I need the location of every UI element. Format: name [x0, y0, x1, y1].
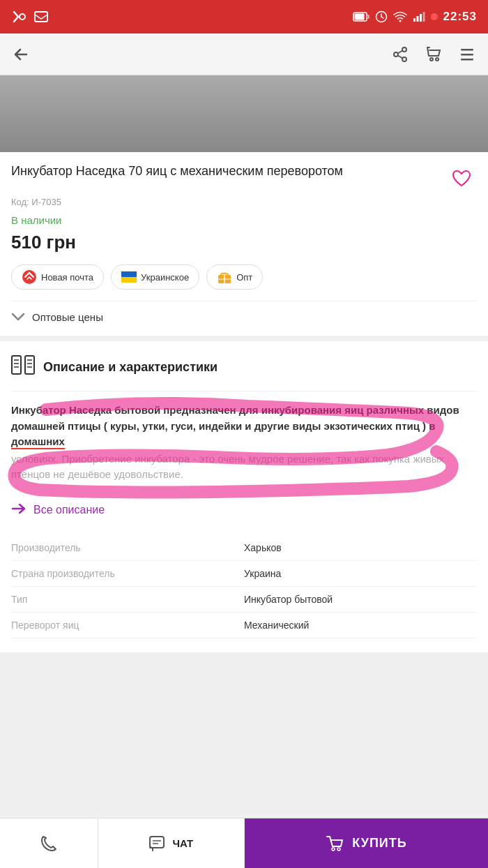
svg-rect-6	[413, 18, 415, 22]
phone-icon	[39, 834, 59, 853]
char-value-type: Инкубатор бытовой	[244, 594, 477, 605]
delivery-tag-opt[interactable]: Опт	[206, 264, 263, 290]
characteristics: Производитель Харьков Страна производите…	[11, 535, 477, 638]
nav-actions	[390, 45, 477, 64]
ukrainian-label: Украинское	[141, 272, 189, 283]
opt-label: Опт	[236, 272, 252, 283]
svg-point-15	[430, 58, 433, 61]
svg-rect-34	[150, 837, 164, 848]
delivery-tag-ukrainian[interactable]: Украинское	[111, 264, 199, 290]
signal-icon	[413, 11, 425, 22]
notification-dot	[431, 13, 438, 20]
section-header: Описание и характеристики	[11, 355, 477, 380]
cart-button[interactable]	[424, 45, 443, 64]
product-code: Код: И-7035	[11, 197, 477, 207]
menu-button[interactable]	[457, 45, 477, 64]
nova-poshta-label: Новая почта	[41, 272, 93, 283]
chevron-down-icon	[11, 310, 25, 324]
all-description-label: Все описание	[33, 504, 105, 516]
char-label-country: Страна производитель	[11, 568, 244, 579]
svg-rect-8	[420, 14, 422, 22]
svg-point-5	[399, 20, 401, 22]
svg-rect-26	[12, 356, 21, 374]
description-icon	[11, 355, 35, 380]
svg-point-16	[436, 58, 439, 61]
wholesale-label: Оптовые цены	[32, 311, 103, 323]
svg-rect-9	[422, 12, 425, 22]
product-image	[0, 75, 488, 152]
svg-point-10	[402, 47, 406, 52]
back-button[interactable]	[11, 45, 31, 64]
share-button[interactable]	[390, 45, 410, 64]
char-row-manufacturer: Производитель Харьков	[11, 535, 477, 561]
svg-rect-19	[461, 59, 473, 61]
svg-line-13	[398, 55, 403, 58]
char-label-rotation: Переворот яиц	[11, 620, 244, 631]
nova-poshta-icon	[22, 269, 37, 285]
buy-button[interactable]: КУПИТЬ	[245, 818, 488, 868]
svg-point-38	[337, 848, 340, 851]
char-value-rotation: Механический	[244, 620, 477, 631]
nav-bar	[0, 33, 488, 75]
wifi-icon	[393, 11, 407, 22]
svg-point-12	[402, 57, 406, 61]
delivery-tags: Новая почта Украинское Опт	[11, 264, 477, 290]
delivery-tag-nova-poshta[interactable]: Новая почта	[11, 264, 104, 290]
svg-point-37	[332, 848, 335, 851]
svg-point-11	[394, 52, 398, 57]
description-section: Описание и характеристики Инкубатор Насе…	[0, 341, 488, 652]
svg-rect-18	[461, 54, 473, 56]
svg-rect-22	[121, 277, 137, 283]
wholesale-row[interactable]: Оптовые цены	[11, 301, 477, 324]
status-bar-left	[11, 9, 49, 24]
status-bar: 22:53	[0, 0, 488, 33]
svg-rect-17	[461, 49, 473, 51]
app-icon-2	[33, 9, 49, 24]
arrow-right-icon	[11, 502, 26, 518]
svg-rect-21	[121, 271, 137, 277]
char-row-rotation: Переворот яиц Механический	[11, 613, 477, 638]
chat-icon	[148, 835, 165, 852]
char-value-country: Украина	[244, 568, 477, 579]
opt-icon	[217, 269, 232, 285]
bottom-bar: ЧАТ КУПИТЬ	[0, 818, 488, 868]
svg-rect-3	[354, 14, 364, 20]
section-title: Описание и характеристики	[43, 360, 218, 375]
product-header: Инкубатор Наседка 70 яиц с механическим …	[11, 163, 477, 194]
app-icon-1	[11, 9, 26, 24]
char-row-type: Тип Инкубатор бытовой	[11, 587, 477, 613]
product-info-section: Инкубатор Наседка 70 яиц с механическим …	[0, 152, 488, 336]
status-time: 22:53	[443, 10, 477, 24]
product-title: Инкубатор Наседка 70 яиц с механическим …	[11, 163, 446, 179]
svg-line-14	[398, 50, 403, 53]
svg-point-0	[20, 14, 25, 20]
availability-badge: В наличии	[11, 214, 477, 226]
battery-icon	[353, 11, 369, 22]
description-faded-text: условиях. Приобретение инкубатора - это …	[11, 451, 477, 483]
call-button[interactable]	[0, 818, 98, 868]
description-text-content: Инкубатор Наседка бытовой предназначен д…	[11, 404, 459, 447]
favorite-button[interactable]	[446, 163, 477, 194]
all-description-link[interactable]: Все описание	[11, 497, 477, 524]
chat-button[interactable]: ЧАТ	[98, 818, 245, 868]
description-container: Инкубатор Наседка бытовой предназначен д…	[11, 403, 477, 483]
char-label-type: Тип	[11, 594, 244, 605]
chat-label: ЧАТ	[172, 837, 193, 849]
description-main-text: Инкубатор Наседка бытовой предназначен д…	[11, 403, 477, 450]
status-bar-right: 22:53	[353, 10, 477, 24]
char-value-manufacturer: Харьков	[244, 542, 477, 553]
product-price: 510 грн	[11, 232, 477, 253]
divider	[11, 391, 477, 391]
svg-rect-1	[35, 12, 47, 22]
svg-rect-7	[416, 16, 418, 22]
char-label-manufacturer: Производитель	[11, 542, 244, 553]
ukraine-flag-icon	[121, 269, 137, 285]
buy-label: КУПИТЬ	[352, 836, 406, 851]
clock-icon	[375, 10, 388, 23]
svg-rect-27	[25, 356, 34, 374]
char-row-country: Страна производитель Украина	[11, 561, 477, 587]
cart-buy-icon	[326, 835, 344, 853]
